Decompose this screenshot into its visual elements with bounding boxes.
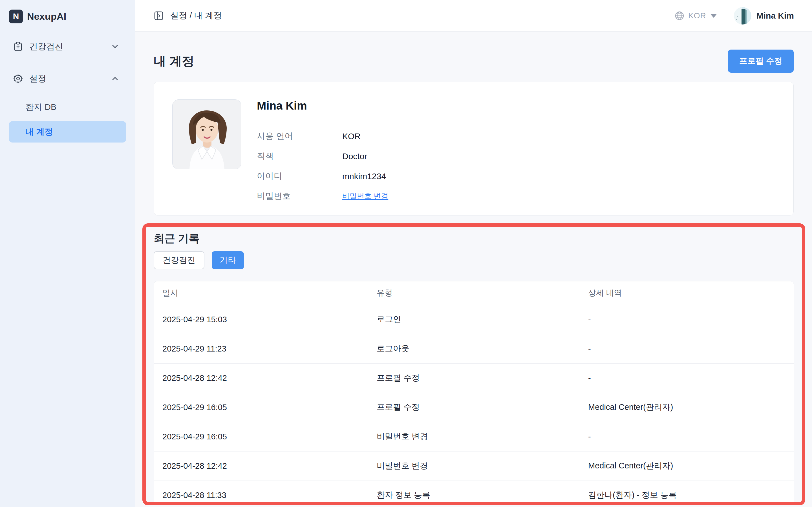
field-password: 비밀번호 비밀번호 변경 bbox=[257, 186, 782, 206]
sidebar-item-health-checkup[interactable]: 건강검진 bbox=[9, 37, 126, 56]
page-title: 내 계정 bbox=[154, 53, 194, 69]
page-content: 내 계정 프로필 수정 bbox=[135, 32, 812, 507]
column-detail: 상세 내역 bbox=[580, 281, 794, 305]
sidebar-item-label: 설정 bbox=[29, 73, 111, 84]
table-cell: Medical Center(관리자) bbox=[580, 393, 794, 422]
table-cell: 2025-04-28 11:33 bbox=[154, 481, 368, 505]
table-header-row: 일시 유형 상세 내역 bbox=[154, 281, 794, 305]
table-cell: 로그아웃 bbox=[368, 334, 580, 363]
table-cell: - bbox=[580, 305, 794, 334]
table-row: 2025-04-29 16:05비밀번호 변경- bbox=[154, 422, 794, 451]
table-cell: 2025-04-28 12:42 bbox=[154, 451, 368, 481]
chevron-up-icon bbox=[111, 74, 119, 83]
edit-profile-button[interactable]: 프로필 수정 bbox=[728, 50, 794, 73]
sidebar-toggle-icon[interactable] bbox=[153, 10, 164, 21]
table-row: 2025-04-29 15:03로그인- bbox=[154, 305, 794, 334]
table-row: 2025-04-28 12:42비밀번호 변경Medical Center(관리… bbox=[154, 451, 794, 481]
field-id: 아이디 mnkim1234 bbox=[257, 166, 782, 186]
table-cell: 환자 정보 등록 bbox=[368, 481, 580, 505]
chevron-down-icon bbox=[111, 42, 119, 51]
tab-health-checkup[interactable]: 건강검진 bbox=[154, 251, 204, 269]
language-caret-icon[interactable] bbox=[710, 14, 717, 18]
recent-records-annotation: 최근 기록 건강검진 기타 일시 유형 상세 내역 2025-04-29 15:… bbox=[142, 223, 805, 505]
settings-submenu: 환자 DB 내 계정 bbox=[9, 96, 126, 143]
sidebar-item-label: 건강검진 bbox=[29, 41, 111, 52]
main-area: 설정 / 내 계정 KOR bbox=[135, 0, 812, 507]
records-table-card: 일시 유형 상세 내역 2025-04-29 15:03로그인-2025-04-… bbox=[154, 281, 794, 505]
app-logo: N NexupAI bbox=[9, 8, 126, 24]
records-table: 일시 유형 상세 내역 2025-04-29 15:03로그인-2025-04-… bbox=[154, 281, 794, 505]
profile-photo bbox=[172, 100, 241, 169]
tab-other[interactable]: 기타 bbox=[212, 251, 244, 269]
user-name[interactable]: Mina Kim bbox=[756, 11, 794, 20]
table-cell: 비밀번호 변경 bbox=[368, 451, 580, 481]
table-cell: 로그인 bbox=[368, 305, 580, 334]
table-cell: 프로필 수정 bbox=[368, 393, 580, 422]
recent-tabs: 건강검진 기타 bbox=[154, 251, 794, 269]
recent-records-title: 최근 기록 bbox=[154, 231, 794, 245]
app-name: NexupAI bbox=[27, 11, 66, 22]
table-cell: - bbox=[580, 363, 794, 393]
table-cell: 2025-04-29 16:05 bbox=[154, 422, 368, 451]
column-datetime: 일시 bbox=[154, 281, 368, 305]
table-cell: 비밀번호 변경 bbox=[368, 422, 580, 451]
logo-icon: N bbox=[9, 10, 23, 23]
table-cell: 김한나(환자) - 정보 등록 bbox=[580, 481, 794, 505]
table-row: 2025-04-28 11:33환자 정보 등록김한나(환자) - 정보 등록 bbox=[154, 481, 794, 505]
field-language: 사용 언어 KOR bbox=[257, 126, 782, 146]
profile-card: Mina Kim 사용 언어 KOR 직책 Doctor 아이디 mnkim12… bbox=[154, 82, 794, 216]
column-type: 유형 bbox=[368, 281, 580, 305]
table-row: 2025-04-29 11:23로그아웃- bbox=[154, 334, 794, 363]
avatar[interactable] bbox=[734, 7, 751, 24]
table-cell: 2025-04-29 15:03 bbox=[154, 305, 368, 334]
language-selector[interactable]: KOR bbox=[688, 11, 706, 20]
sidebar: N NexupAI 건강검진 설정 bbox=[0, 0, 135, 507]
table-cell: 2025-04-28 12:42 bbox=[154, 363, 368, 393]
topbar: 설정 / 내 계정 KOR bbox=[135, 0, 812, 32]
breadcrumb: 설정 / 내 계정 bbox=[170, 10, 222, 21]
sidebar-item-patient-db[interactable]: 환자 DB bbox=[9, 96, 126, 118]
sidebar-menu: 건강검진 설정 환자 DB 내 계정 bbox=[9, 37, 126, 143]
clipboard-plus-icon bbox=[13, 41, 23, 52]
table-row: 2025-04-28 12:42프로필 수정- bbox=[154, 363, 794, 393]
field-role: 직책 Doctor bbox=[257, 146, 782, 166]
sidebar-item-my-account[interactable]: 내 계정 bbox=[9, 121, 126, 143]
table-cell: 2025-04-29 11:23 bbox=[154, 334, 368, 363]
profile-name: Mina Kim bbox=[257, 100, 782, 112]
table-row: 2025-04-29 16:05프로필 수정Medical Center(관리자… bbox=[154, 393, 794, 422]
gear-icon bbox=[13, 73, 23, 83]
table-cell: 2025-04-29 16:05 bbox=[154, 393, 368, 422]
table-cell: Medical Center(관리자) bbox=[580, 451, 794, 481]
table-cell: - bbox=[580, 334, 794, 363]
globe-icon bbox=[674, 10, 685, 21]
table-cell: - bbox=[580, 422, 794, 451]
table-cell: 프로필 수정 bbox=[368, 363, 580, 393]
change-password-link[interactable]: 비밀번호 변경 bbox=[342, 191, 388, 201]
sidebar-item-settings[interactable]: 설정 bbox=[9, 69, 126, 89]
